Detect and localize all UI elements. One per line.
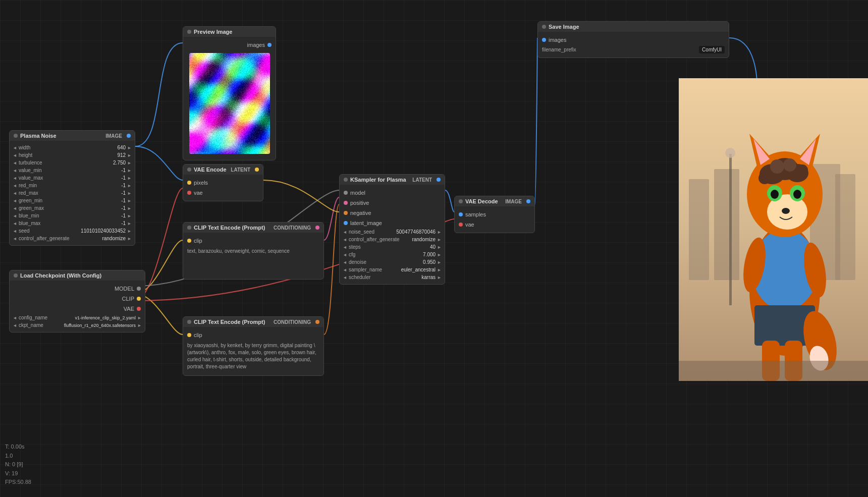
- checkpoint-body: MODEL CLIP VAE ◄ config_name v1-inferenc…: [10, 281, 145, 332]
- clip2-input-row: clip: [183, 330, 323, 340]
- svg-rect-34: [679, 361, 868, 381]
- port-samples-in: [459, 212, 463, 216]
- stat-v: V: 19: [5, 469, 31, 478]
- checkpoint-config-row: ◄ config_name v1-inference_clip_skip_2.y…: [10, 314, 145, 321]
- ksampler-steps: ◄ steps 40 ►: [340, 243, 445, 251]
- save-header: Save Image: [538, 22, 729, 32]
- port-model-out: [137, 287, 141, 291]
- vae-decode-body: samples vae: [455, 206, 534, 233]
- clip2-output-label: CONDITIONING: [274, 319, 311, 325]
- node-preview-body: images: [183, 37, 276, 160]
- plasma-field-value-max: ◄ value_max -1 ►: [10, 174, 135, 182]
- port-vae-out: [137, 307, 141, 311]
- vae-encode-output: LATENT: [231, 167, 250, 173]
- stats-panel: T: 0.00s 1.0 N: 0 [9] V: 19 FPS:50.88: [5, 443, 31, 487]
- plasma-dot: [14, 134, 18, 138]
- port-clip1-in: [187, 239, 191, 243]
- ksampler-scheduler: ◄ scheduler karras ►: [340, 273, 445, 281]
- save-images-row: images: [538, 35, 729, 45]
- clip1-text: text, barazouku, overweight, comic, sequ…: [183, 246, 323, 276]
- output-image: [679, 78, 868, 381]
- clip2-header: CLIP Text Encode (Prompt) CONDITIONING: [183, 317, 323, 327]
- port-ksampler-negative: [344, 211, 348, 215]
- port-vae-decode-out: [526, 199, 530, 203]
- preview-images-label: images: [247, 42, 265, 48]
- plasma-field-green-max: ◄ green_max -1 ►: [10, 204, 135, 212]
- node-clip1: CLIP Text Encode (Prompt) CONDITIONING c…: [183, 222, 324, 280]
- vae-decode-samples-row: samples: [455, 209, 534, 219]
- plasma-field-height: ◄ height 912 ►: [10, 151, 135, 159]
- node-load-checkpoint: Load Checkpoint (With Config) MODEL CLIP…: [9, 270, 145, 333]
- plasma-field-red-max: ◄ red_max -1 ►: [10, 189, 135, 197]
- clip1-output-label: CONDITIONING: [274, 225, 311, 231]
- ksampler-header: KSampler for Plasma LATENT: [340, 175, 445, 185]
- svg-rect-2: [714, 169, 739, 280]
- port-clip1-out: [315, 226, 319, 230]
- ksampler-title: KSampler for Plasma: [350, 177, 406, 183]
- plasma-field-blue-max: ◄ blue_max -1 ►: [10, 219, 135, 227]
- clip1-header: CLIP Text Encode (Prompt) CONDITIONING: [183, 223, 323, 233]
- svg-point-26: [783, 158, 796, 172]
- node-preview-title: Preview Image: [194, 29, 232, 35]
- port-ksampler-model: [344, 191, 348, 195]
- plasma-field-red-min: ◄ red_min -1 ►: [10, 182, 135, 189]
- checkpoint-vae-row: VAE: [10, 304, 145, 314]
- plasma-header: Plasma Noise IMAGE: [10, 131, 135, 141]
- port-save-images-in: [542, 38, 546, 42]
- port-clip-out: [137, 297, 141, 301]
- plasma-field-turbulence: ◄ turbulence 2.750 ►: [10, 159, 135, 167]
- ksampler-denoise: ◄ denoise 0.950 ►: [340, 258, 445, 266]
- plasma-field-width: ◄ width 640 ►: [10, 144, 135, 151]
- vae-decode-header: VAE Decode IMAGE: [455, 196, 534, 206]
- port-clip2-in: [187, 333, 191, 337]
- svg-point-25: [770, 159, 784, 174]
- svg-point-27: [797, 164, 808, 176]
- vae-encode-body: pixels vae: [183, 175, 263, 201]
- node-ksampler: KSampler for Plasma LATENT model positiv…: [339, 174, 445, 285]
- port-clip2-out: [315, 320, 319, 324]
- port-ksampler-out: [437, 178, 441, 182]
- preview-output-images: images: [183, 40, 276, 50]
- vae-encode-vae-row: vae: [183, 188, 263, 198]
- vae-encode-dot: [187, 168, 191, 172]
- stat-time: T: 0.00s: [5, 443, 31, 452]
- port-ksampler-latent: [344, 221, 348, 225]
- svg-rect-1: [689, 179, 709, 280]
- fox-character-svg: [679, 78, 868, 381]
- port-images-out: [267, 43, 272, 47]
- plasma-field-blue-min: ◄ blue_min -1 ►: [10, 212, 135, 219]
- save-filename-label: filename_prefix: [542, 47, 699, 52]
- svg-point-19: [793, 190, 801, 199]
- checkpoint-clip-row: CLIP: [10, 294, 145, 304]
- checkpoint-title: Load Checkpoint (With Config): [20, 272, 101, 279]
- ksampler-body: model positive negative latent_image ◄ n…: [340, 185, 445, 284]
- svg-point-24: [758, 172, 771, 184]
- ksampler-output-label: LATENT: [412, 177, 432, 183]
- svg-point-20: [782, 208, 790, 214]
- ksampler-latent-row: latent_image: [340, 218, 445, 228]
- node-plasma-noise: Plasma Noise IMAGE ◄ width 640 ► ◄ heigh…: [9, 130, 135, 246]
- clip2-text: by xiaoyaoshi, by kenket, by terry grimm…: [183, 340, 323, 372]
- save-filename-value: ComfyUI: [699, 46, 725, 53]
- port-plasma-out: [127, 134, 131, 138]
- checkpoint-header: Load Checkpoint (With Config): [10, 270, 145, 281]
- node-vae-encode: VAE Encode LATENT pixels vae: [183, 164, 263, 201]
- clip1-dot: [187, 226, 191, 230]
- checkpoint-model-row: MODEL: [10, 284, 145, 294]
- port-pixels-in: [187, 181, 191, 185]
- svg-rect-5: [729, 154, 732, 305]
- ksampler-noise-seed: ◄ noise_seed 50047746870046 ►: [340, 228, 445, 236]
- ksampler-control: ◄ control_after_generate randomize ►: [340, 236, 445, 243]
- checkpoint-dot: [14, 273, 18, 278]
- vae-decode-dot: [459, 199, 463, 203]
- plasma-output-label: IMAGE: [105, 133, 122, 139]
- plasma-field-green-min: ◄ green_min -1 ►: [10, 197, 135, 204]
- preview-image-container: [189, 53, 270, 154]
- port-vae-in: [187, 191, 191, 195]
- save-filename-row: filename_prefix ComfyUI: [538, 45, 729, 54]
- stat-fps: FPS:50.88: [5, 478, 31, 487]
- vae-decode-title: VAE Decode: [465, 198, 498, 204]
- port-vae-encode-out: [255, 168, 259, 172]
- clip1-body: clip text, barazouku, overweight, comic,…: [183, 233, 323, 279]
- ksampler-positive-row: positive: [340, 198, 445, 208]
